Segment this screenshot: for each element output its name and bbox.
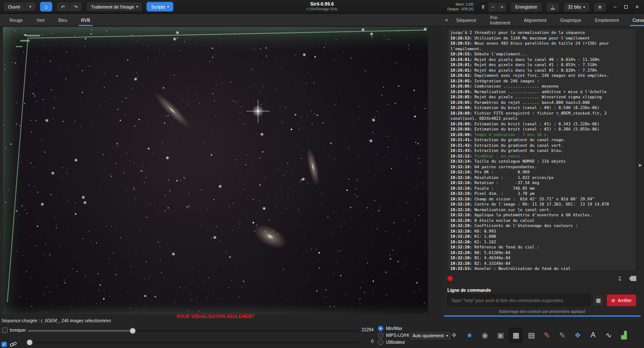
- scripts-button[interactable]: Scripts ▾: [146, 2, 173, 12]
- chevron-down-icon: ▾: [167, 5, 169, 9]
- tab-rvb[interactable]: RVB: [74, 14, 97, 26]
- threads-plus-button[interactable]: +: [497, 2, 507, 12]
- auto-adjust-dropdown[interactable]: Auto ajustement ▾: [409, 331, 452, 341]
- tab-graphique[interactable]: Graphique: [553, 14, 588, 26]
- photometry-icon-button[interactable]: ◉: [478, 328, 492, 342]
- console-line: 19:32:12: FindStar : en cours...: [450, 154, 633, 159]
- high-cutoff-value: 21294: [355, 327, 374, 332]
- undo-button[interactable]: ↶: [56, 2, 70, 12]
- export-log-icon: ↧: [617, 275, 622, 282]
- console-line: 19:32:20: 0 étoile exclue du calcul: [450, 218, 633, 224]
- sampling-grid-icon-button[interactable]: ▤: [525, 328, 538, 342]
- tab-pretraitement[interactable]: Pré-traitement: [483, 14, 517, 26]
- clear-console-button[interactable]: [629, 276, 636, 281]
- command-list-button[interactable]: ▦: [593, 294, 604, 306]
- link-sliders-checkbox[interactable]: ✓: [1, 342, 7, 347]
- tabs-scroll-left-icon[interactable]: ◀: [443, 18, 449, 22]
- low-cutoff-slider-handle[interactable]: [27, 339, 33, 345]
- console-line: 19:31:42: Extraction du gradient du cana…: [450, 143, 633, 148]
- tab-empilement[interactable]: Empilement: [588, 14, 626, 26]
- console-line: 19:31:43: Extraction du gradient du cana…: [450, 148, 633, 154]
- tab-alignement[interactable]: Alignement: [517, 14, 553, 26]
- pixel-grid-icon-button[interactable]: ▦: [509, 328, 522, 342]
- low-cutoff-slider[interactable]: [27, 342, 360, 343]
- high-cutoff-slider-fill: [27, 330, 133, 332]
- rgb-compositing-icon-button[interactable]: ❖: [571, 328, 584, 342]
- high-cutoff-slider-handle[interactable]: [130, 328, 136, 334]
- titlebar: Ouvrir ▾ ⌂ ↶ ↷ Traitement de l'image ▾ S…: [0, 0, 644, 14]
- open-split-button: Ouvrir ▾: [3, 2, 36, 12]
- high-cutoff-slider[interactable]: [27, 330, 360, 332]
- progress-bar: [444, 315, 641, 317]
- console-line: 19:32:14: Taille du catalogue NOMAD : 11…: [450, 159, 633, 164]
- mode-minmax-label: Min/Max: [386, 326, 402, 331]
- disk-label: Disque : 678.2G: [447, 7, 474, 12]
- statistics-icon-button[interactable]: ▟: [617, 328, 631, 342]
- home-button[interactable]: ⌂: [40, 2, 53, 12]
- export-log-button[interactable]: ↧: [617, 275, 622, 282]
- open-dropdown-button[interactable]: ▾: [25, 2, 36, 12]
- download-arrow-icon: ↓: [552, 5, 554, 8]
- command-input[interactable]: [447, 294, 590, 306]
- image-processing-button[interactable]: Traitement de l'image ▾: [86, 2, 143, 12]
- menu-button[interactable]: ≡: [594, 2, 607, 12]
- memory-label: Mem: 1.0G: [447, 2, 474, 7]
- stop-button[interactable]: ⊘ Arrêter: [607, 294, 636, 306]
- threads-minus-button[interactable]: −: [488, 2, 498, 12]
- truncate-checkbox-box: [2, 327, 8, 333]
- console-line: 19:32:16: Pixel dim. : 3.70 µm: [450, 191, 633, 197]
- console-line: 19:28:05: Combinaison ............... mo…: [450, 84, 633, 89]
- minimize-button[interactable]: –: [614, 4, 617, 9]
- command-row: ▦ ⊘ Arrêter: [447, 294, 636, 306]
- console-line: 19:28:01: Rejet des pixels dans le canal…: [450, 57, 633, 63]
- tab-sequence[interactable]: Séquence: [449, 14, 483, 26]
- tab-rouge[interactable]: Rouge: [3, 14, 30, 26]
- mode-mipslohi-radio-circle: [378, 333, 383, 338]
- maximize-button[interactable]: [624, 5, 628, 9]
- mode-user-radio[interactable]: Utilisateur: [378, 339, 405, 345]
- open-button[interactable]: Ouvrir: [3, 2, 25, 12]
- home-icon: ⌂: [45, 3, 48, 10]
- mode-minmax-radio[interactable]: Min/Max: [378, 326, 402, 331]
- sky-canvas[interactable]: [3, 27, 428, 314]
- console-log[interactable]: jusqu'à 2 thread(s) pour la normalisatio…: [447, 28, 636, 271]
- console-line: 19:32:20: B1: 4.46346e-04: [450, 255, 633, 261]
- background-samples-icon-button[interactable]: ✎: [540, 328, 553, 342]
- console-line: 19:32:20: B0: 5.61209e-04: [450, 250, 633, 256]
- workflow-tabs: ◀ Séquence Pré-traitement Alignement Gra…: [443, 14, 644, 26]
- photometry-icon: ◉: [482, 331, 488, 340]
- image-processing-label: Traitement de l'image: [91, 4, 134, 9]
- tab-console[interactable]: Console: [626, 14, 644, 26]
- download-tray-icon: [551, 9, 555, 9]
- star-fitting-icon-button[interactable]: ✧: [447, 328, 461, 342]
- tab-bar: Rouge Vert Bleu RVB ◀ Séquence Pré-trait…: [0, 14, 644, 26]
- histogram-transform-icon-button[interactable]: ∿: [602, 328, 615, 342]
- mode-mipslohi-label: MIPS-LO/HI: [386, 333, 409, 338]
- console-line: 19:32:20: K0: 0.993: [450, 229, 633, 234]
- gradient-pencil-icon-button[interactable]: ✎: [556, 328, 569, 342]
- bit-depth-dropdown[interactable]: 32 bits ▾: [563, 2, 590, 12]
- panel-expander-icon[interactable]: ▶: [639, 163, 642, 167]
- undo-redo-group: ↶ ↷: [56, 2, 82, 12]
- truncate-checkbox[interactable]: tronquer: [2, 327, 26, 333]
- stop-icon: ⊘: [611, 298, 615, 303]
- star-detection-icon-button[interactable]: ★: [463, 328, 476, 342]
- mode-mipslohi-radio[interactable]: MIPS-LO/HI: [378, 333, 409, 338]
- console-line: 19:32:16: Rotation : -37.54 deg: [450, 180, 633, 186]
- save-button[interactable]: Enregistrer: [510, 2, 542, 12]
- console-line: 19:32:16: Pts OK : 0.969: [450, 169, 633, 175]
- redo-icon: ↷: [74, 4, 78, 9]
- annotation-icon-button[interactable]: A: [586, 328, 600, 342]
- rgb-compositing-icon: ❖: [574, 331, 581, 340]
- console-line: 19:28:02: Empilement avec rejet fini. 24…: [450, 73, 633, 79]
- save-as-button[interactable]: ↓: [546, 2, 559, 12]
- sampling-grid-icon: ▤: [528, 331, 535, 340]
- tab-vert[interactable]: Vert: [30, 14, 52, 26]
- aperture-icon-button[interactable]: ▣: [494, 328, 507, 342]
- progress-text: Étalonnage des couleurs par photométrie …: [443, 309, 641, 314]
- tab-bleu[interactable]: Bleu: [52, 14, 74, 26]
- console-line: 19:20:53: Utilisation de 1149 Mo maximum…: [450, 36, 633, 41]
- threads-spinner: 8 − +: [477, 2, 507, 12]
- close-button[interactable]: ×: [635, 4, 639, 9]
- redo-button[interactable]: ↷: [69, 2, 82, 12]
